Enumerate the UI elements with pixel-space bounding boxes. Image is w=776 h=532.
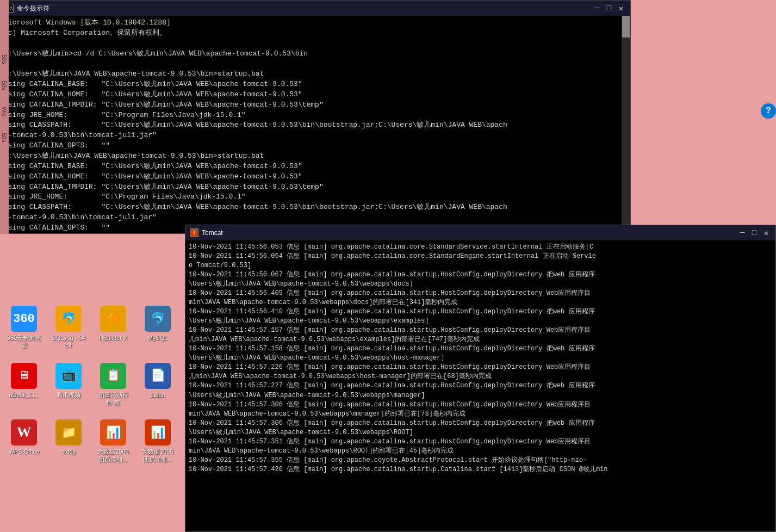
left-strip-label-1: 50s — [1, 54, 8, 64]
tomcat-title-left: T Tomcat — [190, 228, 223, 237]
icon-hbuilder[interactable]: 🔶 HBuilder X — [94, 304, 133, 352]
icon-wps[interactable]: W WPS Office — [4, 417, 44, 466]
icon-anydesk[interactable]: 🖥 oDesk_Li... — [4, 361, 44, 409]
icon-360browser-label: 360安全浏览 器 — [7, 334, 41, 350]
icon-bigdata1[interactable]: 📊 大数据2005 团员详细... — [94, 417, 133, 466]
icon-sqlyog-label: SQLyog - 64 bit — [51, 334, 86, 350]
cmd-titlebar: C:\ 命令提示符 ─ □ ✕ — [1, 1, 630, 16]
tomcat-output: 10-Nov-2021 11:45:56.053 信息 [main] org.a… — [189, 243, 772, 474]
cmd-scrollbar[interactable] — [622, 16, 630, 233]
icon-tencent-img: 📺 — [55, 363, 82, 389]
cmd-maximize-button[interactable]: □ — [604, 3, 614, 13]
icon-360browser-img: 360 — [11, 306, 37, 332]
cmd-title-left: C:\ 命令提示符 — [5, 4, 49, 13]
icon-doc[interactable]: 📄 1.doc — [138, 361, 177, 409]
icon-sqlyog-img: 🐬 — [55, 306, 82, 332]
tomcat-titlebar: T Tomcat ─ □ ✕ — [185, 225, 775, 240]
help-button[interactable]: ? — [761, 103, 776, 119]
tomcat-maximize-button[interactable]: □ — [749, 228, 759, 238]
icon-bigdata2-img: 📊 — [145, 419, 171, 446]
cmd-output: Microsoft Windows [版本 10.0.19042.1288] (… — [4, 18, 627, 233]
left-strip-label-2: 50s — [1, 81, 8, 90]
icon-wps-label: WPS Office — [9, 448, 40, 455]
help-icon: ? — [766, 106, 771, 116]
cmd-minimize-button[interactable]: ─ — [592, 3, 602, 13]
icon-study-img: 📁 — [55, 419, 82, 446]
left-strip-label-3: Wic — [1, 107, 8, 116]
tomcat-content-area: 10-Nov-2021 11:45:56.053 信息 [main] org.a… — [185, 240, 775, 531]
cmd-close-button[interactable]: ✕ — [616, 3, 626, 13]
icon-doc-label: 1.doc — [151, 391, 165, 399]
cmd-title-label: 命令提示符 — [17, 4, 49, 13]
icon-activity-img: 📋 — [100, 363, 126, 389]
desktop-icon-row-2: 🖥 oDesk_Li... 📺 腾讯视频 📋 团日活动存种 表 📄 1.doc — [0, 356, 185, 413]
icon-bigdata2-label: 大数据2005 团员详细... — [140, 448, 175, 463]
cmd-scrollbar-thumb[interactable] — [622, 16, 630, 38]
icon-activity-label: 团日活动存种 表 — [96, 391, 131, 407]
tomcat-window-controls: ─ □ ✕ — [737, 228, 771, 238]
icon-tencent-label: 腾讯视频 — [57, 391, 80, 399]
cmd-window: C:\ 命令提示符 ─ □ ✕ Microsoft Windows [版本 10… — [0, 0, 631, 234]
icon-sqlyog[interactable]: 🐬 SQLyog - 64 bit — [49, 304, 88, 352]
icon-mysql-img: 🐬 — [145, 306, 171, 332]
icon-bigdata1-img: 📊 — [100, 419, 126, 446]
icon-activity-table[interactable]: 📋 团日活动存种 表 — [94, 361, 133, 409]
cmd-content-area: Microsoft Windows [版本 10.0.19042.1288] (… — [1, 16, 630, 233]
icon-doc-img: 📄 — [145, 363, 171, 389]
icon-360browser[interactable]: 360 360安全浏览 器 — [4, 304, 44, 352]
tomcat-minimize-button[interactable]: ─ — [737, 228, 747, 238]
icon-bigdata1-label: 大数据2005 团员详细... — [96, 448, 131, 463]
left-strip-label-4: 50s — [1, 133, 8, 143]
icon-mysql[interactable]: 🐬 MySQL — [138, 304, 177, 352]
icon-bigdata2[interactable]: 📊 大数据2005 团员详细... — [138, 417, 177, 466]
icon-anydesk-img: 🖥 — [11, 363, 37, 389]
tomcat-close-button[interactable]: ✕ — [761, 228, 771, 238]
icon-study[interactable]: 📁 study — [49, 417, 88, 466]
icon-study-label: study — [61, 448, 76, 455]
desktop-icons-area: 360 360安全浏览 器 🐬 SQLyog - 64 bit 🔶 HBuild… — [0, 299, 185, 532]
tomcat-icon: T — [190, 228, 198, 237]
tomcat-title-label: Tomcat — [202, 229, 223, 237]
desktop-icon-row-3: W WPS Office 📁 study 📊 大数据2005 团员详细... 📊… — [0, 413, 185, 470]
icon-anydesk-label: oDesk_Li... — [9, 391, 39, 399]
left-strip: 50s 50s Wic 50s — [0, 0, 9, 234]
icon-hbuilder-label: HBuilder X — [99, 334, 128, 342]
icon-mysql-label: MySQL — [148, 334, 168, 342]
icon-hbuilder-img: 🔶 — [100, 306, 126, 332]
icon-wps-img: W — [11, 419, 37, 446]
desktop-icon-row-1: 360 360安全浏览 器 🐬 SQLyog - 64 bit 🔶 HBuild… — [0, 299, 185, 356]
icon-tencent-video[interactable]: 📺 腾讯视频 — [49, 361, 88, 409]
cmd-window-controls: ─ □ ✕ — [592, 3, 626, 13]
tomcat-window: T Tomcat ─ □ ✕ 10-Nov-2021 11:45:56.053 … — [185, 225, 776, 532]
